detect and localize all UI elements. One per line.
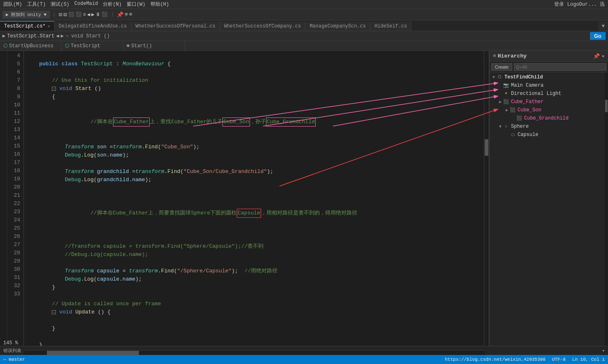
hierarchy-menu-icon[interactable]: ▾ [601, 53, 605, 60]
tree-icon-root: ⬡ [496, 74, 503, 81]
tab-personal[interactable]: WhetherSuccessOfPersonal.cs [132, 22, 220, 31]
toolbar-separator: | [53, 12, 56, 18]
hierarchy-header: ≡ Hierarchy 📌 ▾ [490, 51, 608, 62]
toolbar-icon10[interactable]: 📌 [117, 12, 123, 18]
code-line-9: { [26, 93, 484, 101]
tab-manage[interactable]: ManageCompanyScn.cs [305, 22, 370, 31]
code-editor[interactable]: public class TestScript : MonoBehaviour … [24, 51, 484, 346]
menu-test[interactable]: 测试(S) [51, 1, 69, 8]
menu-items[interactable]: 团队(M) 工具(T) 测试(S) CodeMaid 分析(N) 窗口(W) 帮… [3, 1, 169, 8]
tree-item-cube-father[interactable]: ▶ ⬛ Cube_Father [490, 98, 608, 106]
tab-hideself[interactable]: HideSelf.cs [370, 22, 411, 31]
tree-item-root[interactable]: ▼ ⬡ TestFindChild [490, 73, 608, 81]
nav-middle-dropdown[interactable]: ⬡ TestScript [62, 41, 123, 51]
toolbar-unity-btn[interactable]: ▶ 附加到 Unity ▼ [2, 11, 50, 18]
tab-company-label: WhetherSuccessOfCompany.cs [224, 23, 301, 29]
toolbar-icon11[interactable]: ≡ [125, 12, 128, 18]
capsule-icon: ⬭ [509, 131, 516, 138]
toolbar-icon2[interactable]: ⊡ [63, 11, 67, 18]
hierarchy-toolbar: Create [490, 62, 608, 72]
cube-son-icon: ⬛ [509, 107, 516, 113]
menu-codemaid[interactable]: CodeMaid [74, 1, 98, 8]
breadcrumb-nav-right[interactable]: ▶ [61, 33, 64, 39]
h-scrollbar-thumb[interactable] [47, 351, 139, 355]
hierarchy-panel: ≡ Hierarchy 📌 ▾ Create ▼ ⬡ TestFindChild [489, 51, 608, 346]
toolbar-icon3[interactable]: ⬛ [68, 12, 74, 18]
breadcrumb-nav-left[interactable]: ◀ [56, 33, 59, 39]
tab-testscript-label: TestScript.cs* [4, 23, 46, 29]
code-line-24: Transform capsule = transform.Find("/Sph… [26, 267, 484, 275]
code-line-30 [26, 316, 484, 325]
hierarchy-title-icon: ≡ [493, 53, 496, 59]
tab-testscript[interactable]: TestScript.cs* ✕ [0, 21, 55, 31]
tab-company[interactable]: WhetherSuccessOfCompany.cs [220, 22, 305, 31]
toolbar-icon7[interactable]: ▶ [91, 12, 94, 18]
nav-left-dropdown[interactable]: ⬡ StartUpBusiness [0, 41, 62, 51]
breadcrumb-arrow[interactable]: ▶ [2, 33, 5, 39]
title-bar: 团队(M) 工具(T) 测试(S) CodeMaid 分析(N) 窗口(W) 帮… [0, 0, 608, 9]
tree-item-capsule[interactable]: ⬭ Capsule [490, 131, 608, 139]
code-line-28: // Update is called once per frame [26, 300, 484, 308]
code-line-19 [26, 226, 484, 234]
tree-item-main-camera[interactable]: 📷 Main Camera [490, 81, 608, 90]
toolbar-icon6[interactable]: ◀ [87, 12, 90, 18]
nav-right-dropdown[interactable]: ⊕ Start() [123, 41, 185, 51]
hierarchy-scrollbar-thumb[interactable] [605, 100, 608, 112]
scrollbar-thumb-v[interactable] [485, 139, 488, 156]
tabs-container: TestScript.cs* ✕ DelegateDifineAndUse.cs… [0, 21, 608, 31]
cube-father-icon: ⬛ [503, 99, 509, 105]
menu-analyze[interactable]: 分析(N) [103, 1, 122, 8]
tab-testscript-close[interactable]: ✕ [48, 24, 50, 29]
code-line-6 [26, 68, 484, 76]
code-line-11 [26, 135, 484, 143]
error-list-label[interactable]: 错误列表 [3, 348, 21, 354]
go-button[interactable]: Go [590, 32, 606, 40]
create-button[interactable]: Create [491, 63, 512, 71]
toolbar-icon4[interactable]: ⬛ [76, 12, 82, 18]
code-line-32 [26, 333, 484, 341]
code-line-25: Debug.Log(capsule.name); [26, 275, 484, 283]
tree-item-cube-grandchild[interactable]: ⬛ Cube_Grandchild [490, 114, 608, 122]
code-line-27 [26, 292, 484, 300]
editor-scrollbar-v[interactable] [484, 51, 489, 346]
hierarchy-pin-icon[interactable]: 📌 [593, 53, 600, 60]
nav-bar2: ⬡ StartUpBusiness ⬡ TestScript ⊕ Start() [0, 41, 608, 51]
toolbar-icon8[interactable]: ⏸ [95, 12, 100, 18]
tab-dropdown[interactable]: ▼ [599, 22, 608, 31]
nav-testscript-icon: ⬡ [65, 43, 69, 49]
tree-item-cube-son[interactable]: ▶ ⬛ Cube_Son [490, 106, 608, 114]
tree-item-sphere[interactable]: ▼ ○ Sphere [490, 122, 608, 131]
login-button[interactable]: 登录 [554, 1, 564, 8]
code-line-23 [26, 259, 484, 267]
h-scrollbar[interactable] [24, 350, 485, 355]
tree-label-capsule: Capsule [518, 132, 538, 138]
menu-tools[interactable]: 工具(T) [27, 1, 46, 8]
breadcrumb-bar: ▶ TestScript.Start ◀ ▶ → void Start () G… [0, 31, 608, 41]
tab-delegate[interactable]: DelegateDifineAndUse.cs [55, 22, 132, 31]
sphere-icon: ○ [503, 123, 509, 130]
code-line-5: public class TestScript : MonoBehaviour … [26, 60, 484, 68]
hierarchy-search[interactable] [514, 63, 606, 71]
status-url: https://blog.csdn.net/weixin_42935398 [445, 357, 546, 362]
code-line-17 [26, 184, 484, 192]
tab-delegate-label: DelegateDifineAndUse.cs [59, 23, 127, 29]
code-line-7: // Use this for initialization [26, 76, 484, 85]
status-encoding: UTF-8 [552, 357, 566, 362]
toolbar-icon12[interactable]: ≡ [129, 12, 132, 18]
hierarchy-scrollbar[interactable] [605, 72, 608, 346]
toolbar-icon1[interactable]: ⊡ [59, 11, 62, 18]
menu-window[interactable]: 窗口(W) [127, 1, 146, 8]
scroll-down-icon[interactable]: ▾ [602, 348, 605, 353]
toolbar-icon9[interactable]: ⬛ [102, 12, 108, 18]
status-line-col: Ln 10, Col 1 [572, 357, 605, 362]
directional-light-icon: ☀ [503, 90, 509, 97]
breadcrumb-void-start: → void Start () [65, 33, 110, 39]
tree-arrow-cube-father: ▶ [498, 99, 503, 104]
toolbar-icon5[interactable]: ≡ [83, 12, 86, 18]
code-line-31: } [26, 325, 484, 333]
menu-team[interactable]: 团队(M) [3, 1, 22, 8]
menu-help[interactable]: 帮助(H) [150, 1, 169, 8]
breadcrumb-script[interactable]: TestScript.Start [7, 33, 54, 39]
tree-item-directional-light[interactable]: ☀ Directional Light [490, 90, 608, 98]
code-line-29: - void Update () { [26, 308, 484, 316]
